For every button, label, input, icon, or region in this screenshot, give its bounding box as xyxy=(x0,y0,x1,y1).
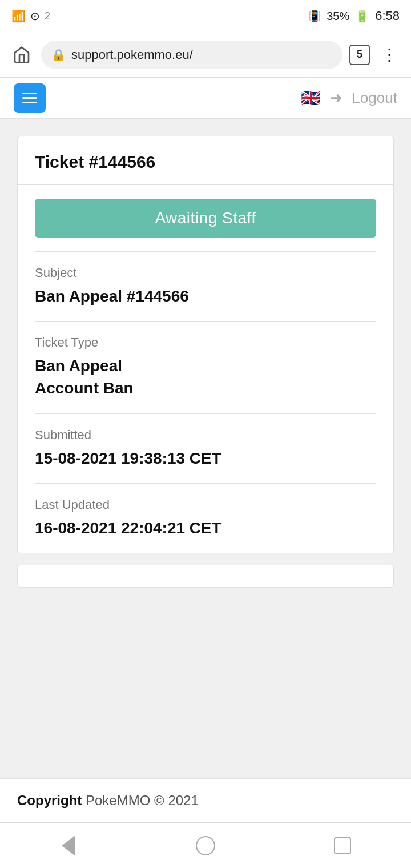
battery-icon: 🔋 xyxy=(355,9,369,23)
divider-3 xyxy=(35,413,376,414)
status-left: 📶 ⊙ 2 xyxy=(11,9,50,23)
footer: Copyright PokeMMO © 2021 xyxy=(0,778,411,822)
ticket-type-field: Ticket Type Ban AppealAccount Ban xyxy=(35,335,376,399)
menu-button[interactable] xyxy=(14,83,46,113)
wifi-icon: ⊙ xyxy=(30,9,40,23)
language-flag-icon[interactable]: 🇬🇧 xyxy=(301,89,321,107)
copyright-label: Copyright xyxy=(17,793,82,808)
battery-level: 35% xyxy=(327,10,349,23)
home-nav-button[interactable] xyxy=(188,829,223,863)
copyright-text: PokeMMO © 2021 xyxy=(86,793,199,808)
nav-right: 🇬🇧 ➜ Logout xyxy=(301,89,397,107)
logout-arrow-icon: ➜ xyxy=(330,89,342,107)
url-text: support.pokemmo.eu/ xyxy=(71,47,193,62)
back-triangle-icon xyxy=(62,835,75,856)
ticket-type-value: Ban AppealAccount Ban xyxy=(35,355,376,399)
subject-value: Ban Appeal #144566 xyxy=(35,285,376,307)
tab-count-badge[interactable]: 5 xyxy=(349,45,370,65)
status-right: 📳 35% 🔋 6:58 xyxy=(308,9,400,23)
bottom-nav xyxy=(0,822,411,868)
signal-icon: 📶 xyxy=(11,9,26,23)
back-button[interactable] xyxy=(51,829,86,863)
clock: 6:58 xyxy=(375,9,400,23)
subject-field: Subject Ban Appeal #144566 xyxy=(35,266,376,307)
home-circle-icon xyxy=(196,836,215,855)
browser-bar: 🔒 support.pokemmo.eu/ 5 ⋮ xyxy=(0,32,411,78)
hamburger-icon xyxy=(22,93,37,103)
divider-1 xyxy=(35,251,376,252)
divider-4 xyxy=(35,483,376,484)
ticket-body: Awaiting Staff Subject Ban Appeal #14456… xyxy=(18,185,393,553)
status-bar: 📶 ⊙ 2 📳 35% 🔋 6:58 xyxy=(0,0,411,32)
recents-square-icon xyxy=(334,837,351,854)
subject-label: Subject xyxy=(35,266,376,280)
submitted-field: Submitted 15-08-2021 19:38:13 CET xyxy=(35,428,376,469)
logout-button[interactable]: Logout xyxy=(352,89,397,107)
awaiting-staff-status-button[interactable]: Awaiting Staff xyxy=(35,199,376,238)
notification-badge: 2 xyxy=(45,10,50,22)
home-button[interactable] xyxy=(9,42,34,67)
ticket-header: Ticket #144566 xyxy=(18,136,393,185)
address-bar[interactable]: 🔒 support.pokemmo.eu/ xyxy=(41,41,342,69)
main-content: Ticket #144566 Awaiting Staff Subject Ba… xyxy=(0,119,411,778)
last-updated-value: 16-08-2021 22:04:21 CET xyxy=(35,517,376,539)
lock-icon: 🔒 xyxy=(51,48,66,62)
bottom-card-stub xyxy=(17,565,394,588)
last-updated-label: Last Updated xyxy=(35,497,376,512)
ticket-type-label: Ticket Type xyxy=(35,335,376,350)
vibrate-icon: 📳 xyxy=(308,10,321,22)
submitted-value: 15-08-2021 19:38:13 CET xyxy=(35,447,376,469)
ticket-card: Ticket #144566 Awaiting Staff Subject Ba… xyxy=(17,136,394,553)
nav-bar: 🇬🇧 ➜ Logout xyxy=(0,78,411,119)
recents-button[interactable] xyxy=(325,829,360,863)
last-updated-field: Last Updated 16-08-2021 22:04:21 CET xyxy=(35,497,376,539)
submitted-label: Submitted xyxy=(35,428,376,443)
divider-2 xyxy=(35,321,376,322)
more-options-button[interactable]: ⋮ xyxy=(377,43,402,66)
ticket-title: Ticket #144566 xyxy=(35,152,155,171)
